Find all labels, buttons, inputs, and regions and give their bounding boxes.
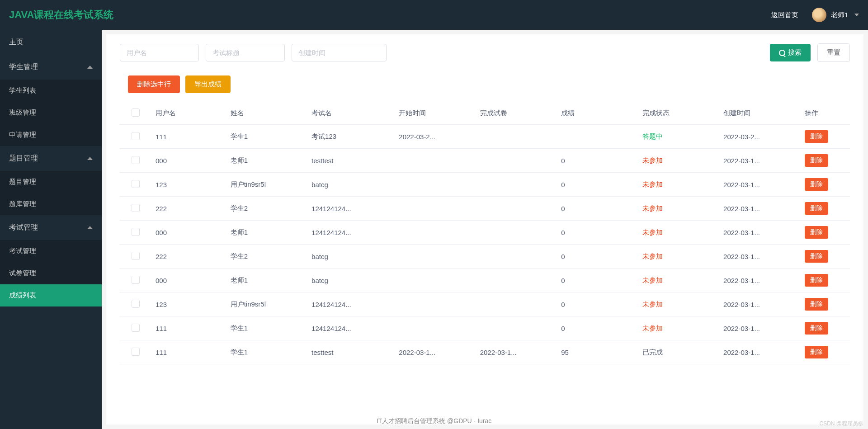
sidebar-subitem-2[interactable]: 学生列表 — [0, 80, 102, 102]
sidebar-subitem-3[interactable]: 班级管理 — [0, 102, 102, 124]
username-input[interactable] — [120, 44, 199, 61]
export-button[interactable]: 导出成绩 — [185, 75, 231, 93]
cell-score: 0 — [557, 269, 637, 292]
table-header-row: 用户名 姓名 考试名 开始时间 完成试卷 成绩 完成状态 创建时间 操作 — [120, 102, 850, 125]
user-menu[interactable]: 老师1 — [812, 8, 859, 22]
sidebar-subitem-9[interactable]: 考试管理 — [0, 240, 102, 262]
cell-user: 222 — [151, 197, 226, 221]
header-right: 返回首页 老师1 — [771, 8, 859, 22]
delete-row-button[interactable]: 删除 — [805, 226, 828, 239]
table-row: 222学生2124124124...0未参加2022-03-1...删除 — [120, 197, 850, 221]
create-time-input[interactable] — [292, 44, 387, 61]
sidebar-subitem-6[interactable]: 题目管理 — [0, 171, 102, 193]
sidebar-subitem-10[interactable]: 试卷管理 — [0, 262, 102, 284]
table-row: 123用户tin9sr5l124124124...0未参加2022-03-1..… — [120, 292, 850, 316]
cell-name: 用户tin9sr5l — [226, 173, 307, 197]
cell-name: 老师1 — [226, 221, 307, 245]
table-row: 111学生1124124124...0未参加2022-03-1...删除 — [120, 316, 850, 340]
th-name: 姓名 — [226, 102, 307, 125]
sidebar-item-1[interactable]: 学生管理 — [0, 55, 102, 80]
cell-create: 2022-03-1... — [719, 292, 800, 316]
cell-user: 111 — [151, 125, 226, 149]
scores-table: 用户名 姓名 考试名 开始时间 完成试卷 成绩 完成状态 创建时间 操作 111… — [120, 102, 850, 364]
cell-score: 0 — [557, 316, 637, 340]
search-button[interactable]: 搜索 — [770, 44, 811, 61]
sidebar-item-5[interactable]: 题目管理 — [0, 146, 102, 171]
cell-score — [557, 125, 637, 149]
th-end: 完成试卷 — [476, 102, 557, 125]
row-checkbox[interactable] — [132, 276, 140, 284]
row-checkbox[interactable] — [132, 348, 140, 356]
sidebar-item-8[interactable]: 考试管理 — [0, 215, 102, 240]
cell-status: 未参加 — [638, 221, 719, 245]
row-checkbox[interactable] — [132, 324, 140, 332]
cell-op: 删除 — [800, 149, 850, 173]
row-checkbox[interactable] — [132, 156, 140, 164]
chevron-up-icon — [87, 157, 93, 160]
delete-row-button[interactable]: 删除 — [805, 202, 828, 215]
cell-status: 未参加 — [638, 173, 719, 197]
cell-create: 2022-03-1... — [719, 340, 800, 364]
cell-end — [476, 149, 557, 173]
delete-selected-button[interactable]: 删除选中行 — [128, 75, 180, 93]
sidebar-item-label: 学生管理 — [9, 62, 38, 72]
logo: JAVA课程在线考试系统 — [9, 8, 113, 22]
cell-score: 0 — [557, 221, 637, 245]
delete-row-button[interactable]: 删除 — [805, 178, 828, 191]
delete-row-button[interactable]: 删除 — [805, 346, 828, 358]
table-row: 222学生2batcg0未参加2022-03-1...删除 — [120, 245, 850, 269]
sidebar-item-0[interactable]: 主页 — [0, 30, 102, 55]
row-checkbox[interactable] — [132, 204, 140, 212]
cell-start: 2022-03-1... — [394, 340, 475, 364]
search-button-label: 搜索 — [788, 48, 802, 57]
cell-status: 未参加 — [638, 316, 719, 340]
cell-op: 删除 — [800, 173, 850, 197]
cell-start — [394, 149, 475, 173]
row-checkbox[interactable] — [132, 228, 140, 236]
sidebar-item-label: 主页 — [9, 38, 24, 47]
row-checkbox[interactable] — [132, 180, 140, 188]
row-checkbox[interactable] — [132, 300, 140, 308]
cell-end — [476, 269, 557, 292]
footer: IT人才招聘后台管理系统 @GDPU - Iurac — [0, 414, 868, 429]
cell-start — [394, 197, 475, 221]
search-icon — [779, 50, 785, 56]
cell-name: 学生2 — [226, 245, 307, 269]
table-row: 111学生1testtest2022-03-1...2022-03-1...95… — [120, 340, 850, 364]
table-body: 111学生1考试1232022-03-2...答题中2022-03-2...删除… — [120, 125, 850, 364]
exam-title-input[interactable] — [206, 44, 285, 61]
cell-exam: testtest — [307, 149, 394, 173]
delete-row-button[interactable]: 删除 — [805, 250, 828, 263]
cell-name: 学生1 — [226, 340, 307, 364]
cell-create: 2022-03-1... — [719, 269, 800, 292]
select-all-checkbox[interactable] — [132, 108, 140, 117]
delete-row-button[interactable]: 删除 — [805, 298, 828, 311]
search-bar: 搜索 重置 — [120, 43, 850, 62]
sidebar-subitem-7[interactable]: 题库管理 — [0, 193, 102, 215]
reset-button[interactable]: 重置 — [817, 43, 850, 62]
cell-create: 2022-03-1... — [719, 221, 800, 245]
row-checkbox[interactable] — [132, 252, 140, 260]
delete-row-button[interactable]: 删除 — [805, 154, 828, 167]
chevron-up-icon — [87, 226, 93, 229]
th-score: 成绩 — [557, 102, 637, 125]
home-link[interactable]: 返回首页 — [771, 11, 798, 19]
cell-exam: 124124124... — [307, 292, 394, 316]
sidebar-subitem-11[interactable]: 成绩列表 — [0, 284, 102, 306]
cell-end — [476, 221, 557, 245]
cell-create: 2022-03-2... — [719, 125, 800, 149]
th-create: 创建时间 — [719, 102, 800, 125]
sidebar-subitem-4[interactable]: 申请管理 — [0, 124, 102, 146]
cell-op: 删除 — [800, 125, 850, 149]
cell-op: 删除 — [800, 340, 850, 364]
delete-row-button[interactable]: 删除 — [805, 322, 828, 335]
cell-status: 未参加 — [638, 269, 719, 292]
delete-row-button[interactable]: 删除 — [805, 274, 828, 287]
delete-row-button[interactable]: 删除 — [805, 130, 828, 143]
cell-score: 0 — [557, 245, 637, 269]
cell-score: 0 — [557, 149, 637, 173]
cell-user: 000 — [151, 149, 226, 173]
row-checkbox[interactable] — [132, 132, 140, 140]
cell-start — [394, 269, 475, 292]
cell-end — [476, 197, 557, 221]
